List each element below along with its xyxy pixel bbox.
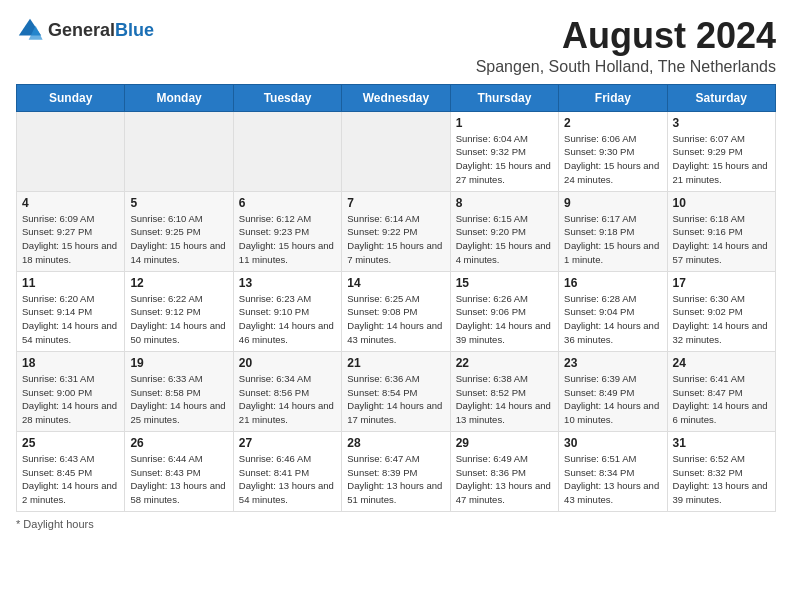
- calendar-cell: 24Sunrise: 6:41 AM Sunset: 8:47 PM Dayli…: [667, 351, 775, 431]
- day-number: 4: [22, 196, 119, 210]
- day-number: 14: [347, 276, 444, 290]
- calendar-cell: 26Sunrise: 6:44 AM Sunset: 8:43 PM Dayli…: [125, 431, 233, 511]
- weekday-header-sunday: Sunday: [17, 84, 125, 111]
- day-info: Sunrise: 6:43 AM Sunset: 8:45 PM Dayligh…: [22, 452, 119, 507]
- day-info: Sunrise: 6:15 AM Sunset: 9:20 PM Dayligh…: [456, 212, 553, 267]
- day-info: Sunrise: 6:52 AM Sunset: 8:32 PM Dayligh…: [673, 452, 770, 507]
- day-number: 23: [564, 356, 661, 370]
- calendar-week-3: 11Sunrise: 6:20 AM Sunset: 9:14 PM Dayli…: [17, 271, 776, 351]
- calendar-cell: [233, 111, 341, 191]
- logo-general: General: [48, 20, 115, 40]
- weekday-header-wednesday: Wednesday: [342, 84, 450, 111]
- calendar-cell: 15Sunrise: 6:26 AM Sunset: 9:06 PM Dayli…: [450, 271, 558, 351]
- day-number: 8: [456, 196, 553, 210]
- day-number: 13: [239, 276, 336, 290]
- calendar-week-5: 25Sunrise: 6:43 AM Sunset: 8:45 PM Dayli…: [17, 431, 776, 511]
- day-number: 11: [22, 276, 119, 290]
- weekday-header-monday: Monday: [125, 84, 233, 111]
- day-number: 30: [564, 436, 661, 450]
- page-header: GeneralBlue August 2024 Spangen, South H…: [16, 16, 776, 76]
- day-number: 5: [130, 196, 227, 210]
- day-number: 19: [130, 356, 227, 370]
- location: Spangen, South Holland, The Netherlands: [476, 58, 776, 76]
- day-number: 25: [22, 436, 119, 450]
- calendar-cell: 4Sunrise: 6:09 AM Sunset: 9:27 PM Daylig…: [17, 191, 125, 271]
- calendar-cell: 16Sunrise: 6:28 AM Sunset: 9:04 PM Dayli…: [559, 271, 667, 351]
- calendar-table: SundayMondayTuesdayWednesdayThursdayFrid…: [16, 84, 776, 512]
- day-info: Sunrise: 6:22 AM Sunset: 9:12 PM Dayligh…: [130, 292, 227, 347]
- calendar-cell: 9Sunrise: 6:17 AM Sunset: 9:18 PM Daylig…: [559, 191, 667, 271]
- day-number: 21: [347, 356, 444, 370]
- calendar-cell: 5Sunrise: 6:10 AM Sunset: 9:25 PM Daylig…: [125, 191, 233, 271]
- day-info: Sunrise: 6:06 AM Sunset: 9:30 PM Dayligh…: [564, 132, 661, 187]
- calendar-cell: 3Sunrise: 6:07 AM Sunset: 9:29 PM Daylig…: [667, 111, 775, 191]
- day-info: Sunrise: 6:30 AM Sunset: 9:02 PM Dayligh…: [673, 292, 770, 347]
- logo-blue: Blue: [115, 20, 154, 40]
- day-info: Sunrise: 6:17 AM Sunset: 9:18 PM Dayligh…: [564, 212, 661, 267]
- day-number: 2: [564, 116, 661, 130]
- calendar-cell: 1Sunrise: 6:04 AM Sunset: 9:32 PM Daylig…: [450, 111, 558, 191]
- day-info: Sunrise: 6:49 AM Sunset: 8:36 PM Dayligh…: [456, 452, 553, 507]
- day-number: 1: [456, 116, 553, 130]
- day-info: Sunrise: 6:09 AM Sunset: 9:27 PM Dayligh…: [22, 212, 119, 267]
- day-info: Sunrise: 6:12 AM Sunset: 9:23 PM Dayligh…: [239, 212, 336, 267]
- calendar-cell: 20Sunrise: 6:34 AM Sunset: 8:56 PM Dayli…: [233, 351, 341, 431]
- calendar-cell: 27Sunrise: 6:46 AM Sunset: 8:41 PM Dayli…: [233, 431, 341, 511]
- calendar-cell: 22Sunrise: 6:38 AM Sunset: 8:52 PM Dayli…: [450, 351, 558, 431]
- weekday-header-friday: Friday: [559, 84, 667, 111]
- day-info: Sunrise: 6:28 AM Sunset: 9:04 PM Dayligh…: [564, 292, 661, 347]
- day-number: 27: [239, 436, 336, 450]
- calendar-week-2: 4Sunrise: 6:09 AM Sunset: 9:27 PM Daylig…: [17, 191, 776, 271]
- calendar-week-4: 18Sunrise: 6:31 AM Sunset: 9:00 PM Dayli…: [17, 351, 776, 431]
- day-number: 26: [130, 436, 227, 450]
- weekday-header-tuesday: Tuesday: [233, 84, 341, 111]
- calendar-cell: 28Sunrise: 6:47 AM Sunset: 8:39 PM Dayli…: [342, 431, 450, 511]
- logo-icon: [16, 16, 44, 44]
- footer-note: * Daylight hours: [16, 518, 776, 530]
- calendar-cell: [125, 111, 233, 191]
- day-number: 22: [456, 356, 553, 370]
- calendar-cell: 21Sunrise: 6:36 AM Sunset: 8:54 PM Dayli…: [342, 351, 450, 431]
- calendar-cell: 2Sunrise: 6:06 AM Sunset: 9:30 PM Daylig…: [559, 111, 667, 191]
- day-number: 20: [239, 356, 336, 370]
- calendar-cell: 18Sunrise: 6:31 AM Sunset: 9:00 PM Dayli…: [17, 351, 125, 431]
- day-info: Sunrise: 6:33 AM Sunset: 8:58 PM Dayligh…: [130, 372, 227, 427]
- day-info: Sunrise: 6:04 AM Sunset: 9:32 PM Dayligh…: [456, 132, 553, 187]
- day-info: Sunrise: 6:34 AM Sunset: 8:56 PM Dayligh…: [239, 372, 336, 427]
- calendar-cell: 23Sunrise: 6:39 AM Sunset: 8:49 PM Dayli…: [559, 351, 667, 431]
- weekday-header-thursday: Thursday: [450, 84, 558, 111]
- calendar-cell: 31Sunrise: 6:52 AM Sunset: 8:32 PM Dayli…: [667, 431, 775, 511]
- calendar-week-1: 1Sunrise: 6:04 AM Sunset: 9:32 PM Daylig…: [17, 111, 776, 191]
- day-info: Sunrise: 6:44 AM Sunset: 8:43 PM Dayligh…: [130, 452, 227, 507]
- day-number: 16: [564, 276, 661, 290]
- day-info: Sunrise: 6:51 AM Sunset: 8:34 PM Dayligh…: [564, 452, 661, 507]
- calendar-cell: [342, 111, 450, 191]
- day-number: 12: [130, 276, 227, 290]
- calendar-cell: 12Sunrise: 6:22 AM Sunset: 9:12 PM Dayli…: [125, 271, 233, 351]
- day-number: 17: [673, 276, 770, 290]
- day-info: Sunrise: 6:20 AM Sunset: 9:14 PM Dayligh…: [22, 292, 119, 347]
- calendar-cell: 10Sunrise: 6:18 AM Sunset: 9:16 PM Dayli…: [667, 191, 775, 271]
- calendar-cell: 14Sunrise: 6:25 AM Sunset: 9:08 PM Dayli…: [342, 271, 450, 351]
- calendar-cell: 8Sunrise: 6:15 AM Sunset: 9:20 PM Daylig…: [450, 191, 558, 271]
- day-info: Sunrise: 6:26 AM Sunset: 9:06 PM Dayligh…: [456, 292, 553, 347]
- calendar-cell: 19Sunrise: 6:33 AM Sunset: 8:58 PM Dayli…: [125, 351, 233, 431]
- day-info: Sunrise: 6:31 AM Sunset: 9:00 PM Dayligh…: [22, 372, 119, 427]
- day-number: 28: [347, 436, 444, 450]
- day-number: 24: [673, 356, 770, 370]
- day-info: Sunrise: 6:18 AM Sunset: 9:16 PM Dayligh…: [673, 212, 770, 267]
- calendar-cell: 6Sunrise: 6:12 AM Sunset: 9:23 PM Daylig…: [233, 191, 341, 271]
- day-info: Sunrise: 6:25 AM Sunset: 9:08 PM Dayligh…: [347, 292, 444, 347]
- day-info: Sunrise: 6:46 AM Sunset: 8:41 PM Dayligh…: [239, 452, 336, 507]
- day-info: Sunrise: 6:14 AM Sunset: 9:22 PM Dayligh…: [347, 212, 444, 267]
- day-number: 15: [456, 276, 553, 290]
- day-info: Sunrise: 6:36 AM Sunset: 8:54 PM Dayligh…: [347, 372, 444, 427]
- day-info: Sunrise: 6:07 AM Sunset: 9:29 PM Dayligh…: [673, 132, 770, 187]
- day-number: 7: [347, 196, 444, 210]
- day-number: 29: [456, 436, 553, 450]
- day-number: 6: [239, 196, 336, 210]
- calendar-cell: 13Sunrise: 6:23 AM Sunset: 9:10 PM Dayli…: [233, 271, 341, 351]
- calendar-cell: 29Sunrise: 6:49 AM Sunset: 8:36 PM Dayli…: [450, 431, 558, 511]
- title-section: August 2024 Spangen, South Holland, The …: [476, 16, 776, 76]
- calendar-cell: 17Sunrise: 6:30 AM Sunset: 9:02 PM Dayli…: [667, 271, 775, 351]
